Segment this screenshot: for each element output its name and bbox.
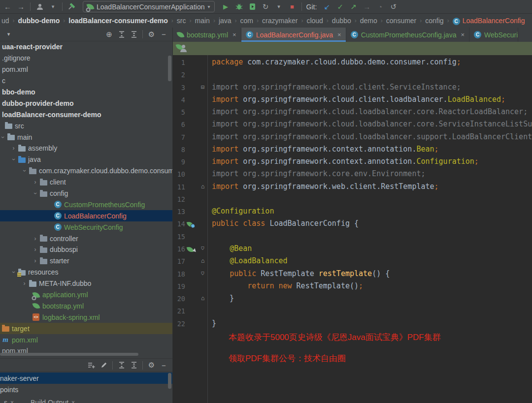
- fold-marker[interactable]: ⌂: [201, 295, 204, 302]
- tree-row[interactable]: uaa-react-provider: [0, 41, 172, 53]
- list-item[interactable]: points: [0, 384, 172, 395]
- settings-icon[interactable]: ⚙: [145, 360, 158, 371]
- breadcrumb-item[interactable]: demo: [360, 17, 377, 25]
- push-icon[interactable]: ↗: [347, 1, 360, 13]
- favorites-vertical-scrollbar[interactable]: [168, 373, 171, 389]
- editor-tab[interactable]: CCustomPrometheusConfig.java×: [346, 28, 469, 42]
- tree-row[interactable]: CWebSecurityConfig: [0, 221, 172, 233]
- coverage-icon[interactable]: [246, 1, 259, 13]
- debug-icon[interactable]: [233, 1, 246, 13]
- editor-tab[interactable]: CLoadBalancerConfig.java×: [241, 28, 346, 42]
- breadcrumb-item[interactable]: main: [195, 17, 210, 25]
- fold-marker[interactable]: ⊟: [201, 84, 204, 91]
- chevron-down-icon[interactable]: ▾: [2, 29, 15, 40]
- spring-bean-gutter-icon[interactable]: [187, 220, 193, 229]
- chevron-right-icon[interactable]: ›: [32, 235, 39, 242]
- chevron-right-icon[interactable]: ›: [32, 246, 39, 253]
- tree-vertical-scrollbar[interactable]: [168, 56, 171, 81]
- editor-tab[interactable]: CWebSecurityConfig.java×: [469, 28, 518, 42]
- run-config-combo[interactable]: LoadBalancerConsumerApplication ▾: [83, 1, 215, 12]
- collapse-all-icon[interactable]: [128, 360, 140, 371]
- editor-tab[interactable]: bootstrap.yml×: [173, 28, 241, 42]
- add-icon[interactable]: [85, 360, 98, 371]
- tree-row[interactable]: ›resources: [0, 267, 172, 278]
- chevron-down-icon[interactable]: ▾: [46, 1, 60, 13]
- fold-marker[interactable]: ⌂: [201, 183, 204, 190]
- tree-row[interactable]: ›controller: [0, 233, 172, 244]
- commit-icon[interactable]: ✓: [333, 1, 347, 13]
- tree-row[interactable]: pom.xml: [0, 64, 172, 75]
- chevron-right-icon[interactable]: ›: [32, 257, 39, 264]
- breadcrumb-item[interactable]: ud: [1, 17, 9, 25]
- tree-row[interactable]: ›config: [0, 188, 172, 199]
- rollback-icon[interactable]: ↺: [387, 1, 400, 13]
- fold-marker[interactable]: ⌂: [201, 270, 204, 277]
- code-editor[interactable]: 1package com.crazymaker.cloud.dubbo.demo…: [173, 55, 532, 403]
- tree-row[interactable]: ›main: [0, 131, 172, 143]
- tree-row[interactable]: bbo-demo: [0, 87, 172, 98]
- tool-window-tab[interactable]: s×: [4, 399, 14, 403]
- update-icon[interactable]: ↙: [320, 1, 333, 13]
- chevron-right-icon[interactable]: ›: [21, 280, 28, 287]
- tree-horizontal-scrollbar[interactable]: [0, 353, 138, 356]
- tree-row[interactable]: ›starter: [0, 255, 172, 267]
- chevron-right-icon[interactable]: ›: [32, 179, 39, 186]
- breadcrumb-item[interactable]: loadBalancer-consumer-demo: [68, 17, 168, 25]
- expand-all-icon[interactable]: [115, 360, 128, 371]
- tree-row[interactable]: ›META-INF.dubbo: [0, 278, 172, 289]
- fold-marker[interactable]: ⌂: [201, 245, 204, 252]
- expand-all-icon[interactable]: [115, 29, 128, 40]
- hammer-icon[interactable]: [65, 1, 78, 13]
- chevron-down-icon[interactable]: ›: [10, 156, 17, 163]
- tree-row[interactable]: ›com.crazymaker.cloud.dubbo.demo.consume…: [0, 165, 172, 177]
- tree-row[interactable]: ›client: [0, 177, 172, 188]
- close-icon[interactable]: ×: [10, 399, 14, 403]
- tree-row[interactable]: ›assembly: [0, 143, 172, 154]
- spring-bean-gutter-icon[interactable]: [187, 246, 193, 254]
- tree-row[interactable]: mpom.xml: [0, 334, 172, 345]
- chevron-down-icon[interactable]: ›: [0, 133, 6, 141]
- tree-row[interactable]: application.yml: [0, 289, 172, 301]
- locate-icon[interactable]: ⊕: [103, 29, 115, 40]
- forward-icon[interactable]: →: [14, 1, 28, 13]
- tree-row[interactable]: src: [0, 120, 172, 131]
- list-item[interactable]: naker-server: [0, 372, 172, 384]
- tree-row[interactable]: ›java: [0, 154, 172, 165]
- tree-row[interactable]: <>logback-spring.xml: [0, 311, 172, 323]
- cherry-pick-icon[interactable]: →: [360, 1, 373, 13]
- close-icon[interactable]: ×: [71, 399, 75, 403]
- breadcrumb-item[interactable]: java: [219, 17, 232, 25]
- history-icon[interactable]: ◔: [373, 1, 387, 13]
- edit-icon[interactable]: [98, 360, 110, 371]
- user-icon[interactable]: [33, 1, 46, 13]
- tree-row[interactable]: c: [0, 75, 172, 87]
- stop-icon[interactable]: ■: [286, 1, 299, 13]
- breadcrumb-item[interactable]: crazymaker: [262, 17, 298, 25]
- close-icon[interactable]: ×: [337, 31, 341, 38]
- breadcrumb-item[interactable]: src: [177, 17, 186, 25]
- run-icon[interactable]: ▶: [219, 1, 233, 13]
- chevron-down-icon[interactable]: ▾: [272, 1, 286, 13]
- hide-icon[interactable]: −: [158, 360, 170, 371]
- breadcrumb-item[interactable]: dubbo-demo: [18, 17, 60, 25]
- breadcrumb-item[interactable]: com: [240, 17, 253, 25]
- breadcrumb-item[interactable]: consumer: [386, 17, 416, 25]
- tree-row[interactable]: bootstrap.yml: [0, 300, 172, 311]
- chevron-down-icon[interactable]: ›: [21, 167, 28, 175]
- back-icon[interactable]: ←: [1, 1, 14, 13]
- hide-icon[interactable]: −: [158, 29, 170, 40]
- fold-marker[interactable]: ⌂: [201, 257, 204, 264]
- breadcrumb-item[interactable]: CLoadBalancerConfig: [453, 17, 525, 25]
- chevron-down-icon[interactable]: ›: [10, 269, 17, 276]
- tree-row[interactable]: dubbo-provider-demo: [0, 97, 172, 109]
- tree-row[interactable]: loadBalancer-consumer-demo: [0, 109, 172, 120]
- profiler-icon[interactable]: ↻: [259, 1, 272, 13]
- tree-row[interactable]: CCustomPrometheusConfig: [0, 199, 172, 210]
- tree-row[interactable]: .gitignore: [0, 53, 172, 64]
- tree-row[interactable]: ›dubbospi: [0, 244, 172, 255]
- breadcrumb-item[interactable]: dubbo: [332, 17, 351, 25]
- chevron-down-icon[interactable]: ›: [32, 190, 39, 197]
- tree-row[interactable]: target: [0, 323, 172, 334]
- settings-icon[interactable]: ⚙: [145, 29, 158, 40]
- collapse-all-icon[interactable]: [128, 29, 140, 40]
